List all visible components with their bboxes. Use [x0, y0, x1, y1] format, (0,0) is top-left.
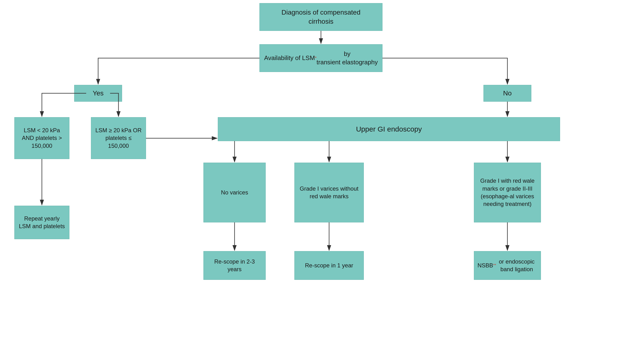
nsbb-box: NSBB** or endoscopic band ligation	[474, 251, 541, 280]
lsm-availability-box: Availability of LSM* bytransient elastog…	[259, 44, 383, 72]
yes-box: Yes	[74, 85, 122, 102]
repeat-box: Repeat yearly LSM and platelets	[14, 206, 69, 239]
grade1-red-box: Grade I with red wale marks or grade II-…	[474, 163, 541, 222]
grade1-no-red-box: Grade I varices without red wale marks	[294, 163, 364, 222]
rescope-1-box: Re-scope in 1 year	[294, 251, 364, 280]
flowchart-diagram: Diagnosis of compensatedcirrhosis Availa…	[0, 0, 640, 364]
upper-gi-box: Upper GI endoscopy	[218, 117, 560, 141]
rescope-23-box: Re-scope in 2-3 years	[203, 251, 266, 280]
no-box: No	[483, 85, 531, 102]
no-varices-box: No varices	[203, 163, 266, 222]
lsm-high-box: LSM ≥ 20 kPa OR platelets ≤ 150,000	[91, 117, 146, 159]
lsm-low-box: LSM < 20 kPa AND platelets > 150,000	[14, 117, 69, 159]
diagnosis-box: Diagnosis of compensatedcirrhosis	[259, 3, 383, 31]
